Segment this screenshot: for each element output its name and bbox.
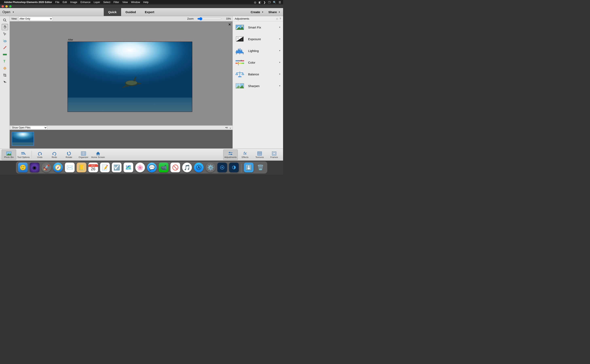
dock-separator (241, 164, 241, 172)
tab-expert[interactable]: Expert (140, 8, 159, 16)
photo-thumbnail[interactable] (12, 132, 34, 146)
rotate-button[interactable]: Rotate (62, 150, 76, 160)
siri-app-icon[interactable]: ◉ (30, 162, 40, 172)
menu-image[interactable]: Image (70, 1, 77, 4)
displays-icon[interactable]: ❐ (268, 1, 271, 4)
view-label: View: (11, 17, 17, 20)
reset-icon[interactable]: ⎌ (276, 17, 278, 20)
svg-point-14 (126, 81, 137, 85)
pse-editor-app-icon[interactable] (229, 162, 239, 172)
dock: 🙂 ◉ 🚀 🧭 ✉️ 📒 OCT 26 📝 ☑️ 🗺️ 🌸 💬 📹 🚫 🎵 Ⓐ … (16, 161, 267, 174)
document-canvas[interactable] (67, 42, 192, 112)
launchpad-app-icon[interactable]: 🚀 (41, 162, 51, 172)
bluetooth-icon[interactable]: ❯ (264, 1, 266, 4)
textures-button[interactable]: Textures (252, 150, 267, 160)
safari-app-icon[interactable]: 🧭 (53, 162, 63, 172)
spotlight-icon[interactable]: 🔍 (273, 1, 276, 4)
chevron-down-icon: ▼ (279, 26, 281, 28)
bin-filter-select[interactable]: Show Open Files (11, 126, 47, 130)
adj-exposure[interactable]: +− Exposure ▼ (233, 33, 283, 45)
svg-text:+: + (237, 37, 239, 39)
photo-bin (10, 130, 232, 149)
contacts-app-icon[interactable]: 📒 (77, 162, 86, 172)
facetime-app-icon[interactable]: 📹 (159, 162, 168, 172)
menu-window[interactable]: Window (131, 1, 140, 4)
svg-marker-44 (53, 154, 53, 155)
trash-icon[interactable]: 🗑️ (256, 162, 265, 172)
menu-select[interactable]: Select (103, 1, 110, 4)
effects-button[interactable]: fx Effects (238, 150, 252, 160)
adjustments-button[interactable]: Adjustments (223, 150, 238, 160)
photos-app-icon[interactable]: 🌸 (135, 162, 145, 172)
maps-app-icon[interactable]: 🗺️ (124, 162, 133, 172)
redo-button[interactable]: Redo (47, 150, 62, 160)
appstore-app-icon[interactable]: Ⓐ (194, 162, 204, 172)
share-button[interactable]: Share ▼ (268, 10, 280, 14)
menu-help[interactable]: Help (143, 1, 149, 4)
frames-button[interactable]: Frames (267, 150, 281, 160)
quick-select-tool[interactable] (2, 31, 8, 37)
svg-rect-64 (273, 152, 275, 155)
window-zoom-button[interactable] (9, 5, 12, 7)
hand-tool[interactable] (2, 24, 8, 30)
notification-icon[interactable]: ◧ (259, 1, 261, 4)
create-button[interactable]: Create ▼ (251, 10, 264, 14)
bin-options-icon[interactable]: •≡ (225, 126, 228, 129)
adj-smart-fix[interactable]: Smart Fix ▼ (233, 21, 283, 33)
adj-balance[interactable]: Balance ▼ (233, 68, 283, 80)
balance-icon (235, 70, 245, 78)
sharpen-icon (235, 82, 245, 90)
messages-app-icon[interactable]: 💬 (147, 162, 157, 172)
downloads-stack-icon[interactable]: ⬇️ (244, 162, 253, 172)
menu-filter[interactable]: Filter (113, 1, 119, 4)
tool-options-icon (21, 151, 26, 156)
tab-quick[interactable]: Quick (104, 8, 121, 16)
help-icon[interactable]: ? (280, 17, 281, 20)
move-tool[interactable] (2, 79, 8, 85)
home-screen-button[interactable]: Home Screen (91, 150, 105, 160)
adj-sharpen[interactable]: Sharpen ▼ (233, 80, 283, 92)
notes-app-icon[interactable]: 📝 (100, 162, 110, 172)
adjustments-panel: Adjustments ⎌ ? Smart Fix ▼ +− Exposure … (232, 16, 283, 149)
adj-color[interactable]: Color ▼ (233, 57, 283, 68)
organizer-button[interactable]: Organizer (76, 150, 91, 160)
cc-status-icon[interactable]: ◎ (254, 1, 256, 4)
window-minimize-button[interactable] (6, 5, 8, 7)
spot-heal-tool[interactable] (2, 65, 8, 72)
crop-tool[interactable] (2, 72, 8, 78)
mail-app-icon[interactable]: ✉️ (65, 162, 75, 172)
reminders-app-icon[interactable]: ☑️ (112, 162, 121, 172)
canvas-area[interactable]: ✕ After (10, 21, 232, 125)
eye-tool[interactable]: + (2, 38, 8, 44)
menu-edit[interactable]: Edit (63, 1, 67, 4)
mac-menubar: Adobe Photoshop Elements 2020 Editor Fil… (0, 0, 283, 4)
pse-organizer-app-icon[interactable] (217, 162, 227, 172)
tool-options-button[interactable]: Tool Options (16, 150, 31, 160)
zoom-slider[interactable] (197, 17, 222, 20)
photo-bin-button[interactable]: Photo Bin (2, 150, 16, 160)
finder-app-icon[interactable]: 🙂 (18, 162, 28, 172)
open-button[interactable]: Open ▼ (0, 10, 17, 14)
window-close-button[interactable] (2, 5, 4, 7)
image-content (68, 98, 192, 112)
type-tool[interactable]: T (2, 58, 8, 65)
zoom-tool[interactable] (2, 17, 8, 23)
bin-collapse-icon[interactable]: ⌄ (229, 126, 231, 129)
view-select[interactable]: After Only (18, 17, 53, 21)
settings-app-icon[interactable]: ⚙️ (206, 162, 215, 172)
menu-enhance[interactable]: Enhance (80, 1, 90, 4)
calendar-app-icon[interactable]: OCT 26 (88, 162, 98, 172)
adjustments-header: Adjustments ⎌ ? (233, 16, 283, 21)
undo-button[interactable]: Undo (33, 150, 47, 160)
control-center-icon[interactable]: ☰ (279, 1, 281, 4)
straighten-tool[interactable] (2, 51, 8, 58)
tab-guided[interactable]: Guided (121, 8, 140, 16)
close-document-button[interactable]: ✕ (228, 23, 231, 26)
menu-file[interactable]: File (55, 1, 60, 4)
menu-view[interactable]: View (122, 1, 128, 4)
news-app-icon[interactable]: 🚫 (171, 162, 180, 172)
whiten-teeth-tool[interactable] (2, 45, 8, 51)
menu-layer[interactable]: Layer (94, 1, 100, 4)
music-app-icon[interactable]: 🎵 (182, 162, 192, 172)
adj-lighting[interactable]: Lighting ▼ (233, 45, 283, 57)
